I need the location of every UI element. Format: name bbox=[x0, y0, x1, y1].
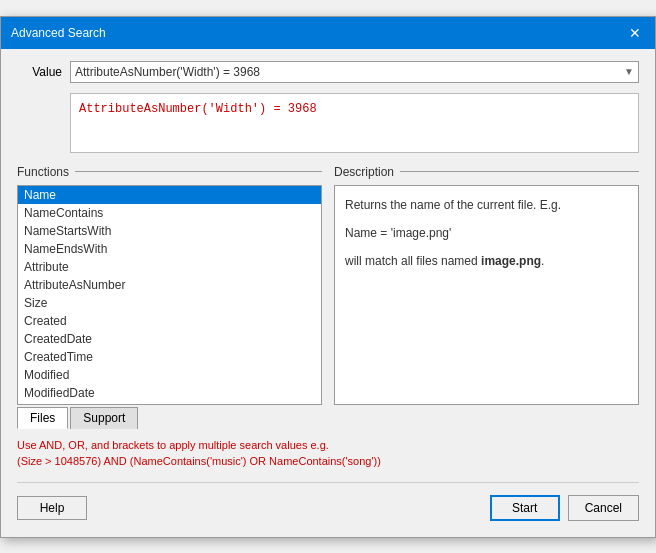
list-item[interactable]: Created bbox=[18, 312, 321, 330]
description-header: Description bbox=[334, 165, 639, 179]
list-item[interactable]: NameEndsWith bbox=[18, 240, 321, 258]
list-item[interactable]: ModifiedDate bbox=[18, 384, 321, 402]
desc-line3-pre: will match all files named bbox=[345, 254, 481, 268]
list-item[interactable]: Attribute bbox=[18, 258, 321, 276]
list-item[interactable]: NameStartsWith bbox=[18, 222, 321, 240]
value-dropdown-text: AttributeAsNumber('Width') = 3968 bbox=[75, 65, 624, 79]
hint-line2: (Size > 1048576) AND (NameContains('musi… bbox=[17, 453, 639, 470]
desc-line1: Returns the name of the current file. E.… bbox=[345, 196, 628, 214]
functions-list[interactable]: NameNameContainsNameStartsWithNameEndsWi… bbox=[17, 185, 322, 405]
hint-text: Use AND, OR, and brackets to apply multi… bbox=[17, 437, 639, 470]
list-item[interactable]: NameContains bbox=[18, 204, 321, 222]
desc-line3-bold: image.png bbox=[481, 254, 541, 268]
footer-right-buttons: Start Cancel bbox=[490, 495, 639, 521]
tab-files[interactable]: Files bbox=[17, 407, 68, 429]
functions-label: Functions bbox=[17, 165, 69, 179]
desc-line3: will match all files named image.png. bbox=[345, 252, 628, 270]
code-text: AttributeAsNumber('Width') = 3968 bbox=[79, 102, 317, 116]
value-row: Value AttributeAsNumber('Width') = 3968 … bbox=[17, 61, 639, 83]
functions-panel: Functions NameNameContainsNameStartsWith… bbox=[17, 165, 322, 429]
list-item[interactable]: Modified bbox=[18, 366, 321, 384]
footer-row: Help Start Cancel bbox=[17, 491, 639, 525]
list-item[interactable]: AttributeAsNumber bbox=[18, 276, 321, 294]
dialog-title: Advanced Search bbox=[11, 26, 106, 40]
functions-header: Functions bbox=[17, 165, 322, 179]
start-button[interactable]: Start bbox=[490, 495, 560, 521]
desc-line3-end: . bbox=[541, 254, 544, 268]
description-label: Description bbox=[334, 165, 394, 179]
advanced-search-dialog: Advanced Search ✕ Value AttributeAsNumbe… bbox=[0, 16, 656, 538]
hint-line1: Use AND, OR, and brackets to apply multi… bbox=[17, 437, 639, 454]
dialog-body: Value AttributeAsNumber('Width') = 3968 … bbox=[1, 49, 655, 537]
list-item[interactable]: CreatedDate bbox=[18, 330, 321, 348]
value-label: Value bbox=[17, 65, 62, 79]
cancel-button[interactable]: Cancel bbox=[568, 495, 639, 521]
title-bar: Advanced Search ✕ bbox=[1, 17, 655, 49]
tab-support[interactable]: Support bbox=[70, 407, 138, 429]
desc-line2: Name = 'image.png' bbox=[345, 224, 628, 242]
help-button[interactable]: Help bbox=[17, 496, 87, 520]
list-item[interactable]: ModifiedTime bbox=[18, 402, 321, 405]
two-col-section: Functions NameNameContainsNameStartsWith… bbox=[17, 165, 639, 429]
description-box: Returns the name of the current file. E.… bbox=[334, 185, 639, 405]
close-button[interactable]: ✕ bbox=[625, 23, 645, 43]
description-header-line bbox=[400, 171, 639, 172]
list-item[interactable]: Size bbox=[18, 294, 321, 312]
description-panel: Description Returns the name of the curr… bbox=[334, 165, 639, 429]
chevron-down-icon: ▼ bbox=[624, 66, 634, 77]
tabs-row: FilesSupport bbox=[17, 407, 322, 429]
functions-header-line bbox=[75, 171, 322, 172]
footer-divider bbox=[17, 482, 639, 483]
list-item[interactable]: Name bbox=[18, 186, 321, 204]
code-box: AttributeAsNumber('Width') = 3968 bbox=[70, 93, 639, 153]
value-dropdown[interactable]: AttributeAsNumber('Width') = 3968 ▼ bbox=[70, 61, 639, 83]
list-item[interactable]: CreatedTime bbox=[18, 348, 321, 366]
